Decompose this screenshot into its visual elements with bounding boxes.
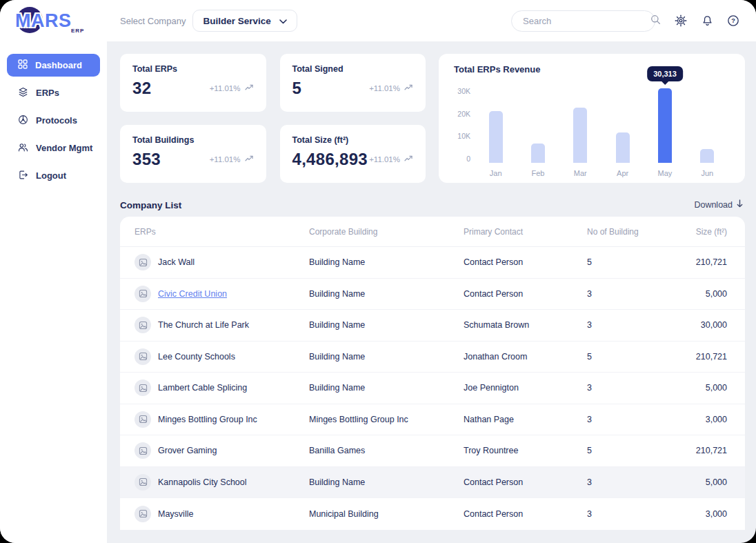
app-logo: MARS ERP [0, 0, 107, 41]
company-image-icon [135, 442, 151, 459]
cell-primary-contact: Schumata Brown [464, 320, 587, 330]
cell-corporate-building: Banilla Games [309, 446, 464, 455]
chart-month-label: Jun [686, 169, 728, 177]
search-input[interactable] [523, 16, 644, 26]
download-label: Download [694, 200, 733, 210]
cell-corporate-building: Building Name [309, 257, 464, 267]
company-name: The Church at Life Park [158, 320, 249, 330]
company-dropdown[interactable]: Builder Service [192, 10, 297, 32]
stat-value: 353 [132, 150, 161, 169]
chart-bar-column [601, 87, 644, 163]
cell-no-of-building: 5 [587, 446, 670, 455]
chart-month-label: Mar [559, 169, 601, 177]
y-tick-label: 30K [457, 87, 470, 95]
chart-bar-mar[interactable] [573, 108, 587, 163]
trend-up-icon [404, 84, 413, 92]
company-name: Grover Gaming [158, 446, 217, 455]
search-icon[interactable] [650, 14, 662, 28]
chart-month-label: Jan [475, 169, 517, 177]
download-arrow-icon [736, 199, 744, 210]
cell-corporate-building: Building Name [309, 320, 464, 330]
table-row[interactable]: Kannapolis City SchoolBuilding NameConta… [120, 467, 745, 499]
cell-primary-contact: Contact Person [464, 509, 587, 519]
cell-primary-contact: Contact Person [464, 257, 587, 267]
helm-icon [17, 114, 29, 128]
cell-primary-contact: Contact Person [464, 289, 587, 299]
header-actions: ? [673, 13, 741, 28]
chart-bar-jun[interactable] [700, 149, 714, 163]
people-icon [17, 141, 29, 155]
cell-no-of-building: 3 [587, 383, 670, 393]
y-tick-label: 0 [466, 155, 470, 163]
top-header: MARS ERP Select Company Builder Service [0, 0, 756, 41]
stat-label: Total Signed [292, 64, 414, 74]
company-name-link[interactable]: Civic Credit Union [158, 289, 227, 299]
stat-label: Total Buildings [132, 135, 254, 145]
main-content: Total ERPs 32 +11.01% Total Signed 5 +11… [107, 41, 756, 543]
chart-bar-apr[interactable] [616, 132, 630, 163]
chart-bar-jan[interactable] [489, 111, 503, 163]
stat-card-total-buildings: Total Buildings 353 +11.01% [120, 125, 266, 183]
cell-no-of-building: 3 [587, 289, 670, 299]
cell-erps: Minges Bottling Group Inc [135, 411, 309, 428]
cell-size: 210,721 [670, 352, 727, 362]
stat-value: 32 [132, 79, 151, 98]
cell-no-of-building: 3 [587, 477, 670, 487]
cell-erps: Civic Credit Union [135, 286, 309, 302]
company-name: Maysville [158, 509, 193, 519]
table-row[interactable]: Lambert Cable SplicingBuilding NameJoe P… [120, 373, 745, 404]
download-button[interactable]: Download [694, 199, 744, 210]
cell-corporate-building: Municipal Building [309, 509, 464, 519]
table-row[interactable]: Civic Credit UnionBuilding NameContact P… [120, 279, 745, 310]
sidebar-item-dashboard[interactable]: Dashboard [7, 54, 100, 77]
cell-primary-contact: Joe Pennigton [464, 383, 587, 393]
table-row[interactable]: Lee County SchoolsBuilding NameJonathan … [120, 342, 745, 373]
stat-card-total-signed: Total Signed 5 +11.01% [280, 54, 426, 112]
cell-no-of-building: 3 [587, 415, 670, 424]
stat-label: Total Size (ft²) [292, 135, 414, 145]
sidebar-item-logout[interactable]: Logout [7, 164, 100, 187]
notifications-icon[interactable] [699, 13, 715, 28]
table-body: Jack WallBuilding NameContact Person5210… [120, 247, 745, 530]
cell-size: 210,721 [670, 257, 727, 267]
svg-text:?: ? [731, 17, 735, 24]
company-image-icon [135, 286, 151, 302]
chart-bar-feb[interactable] [531, 144, 545, 163]
trend-up-icon [245, 84, 254, 92]
chart-area: 30,313 JanFebMarAprMayJun [475, 87, 728, 177]
trend-up-icon [245, 155, 254, 164]
cell-size: 3,000 [670, 415, 727, 424]
table-row[interactable]: MaysvilleMunicipal BuildingContact Perso… [120, 498, 745, 530]
table-row[interactable]: Jack WallBuilding NameContact Person5210… [120, 247, 745, 279]
cell-corporate-building: Building Name [309, 477, 464, 487]
company-name: Lambert Cable Splicing [158, 383, 247, 393]
stat-card-total-size: Total Size (ft²) 4,486,893 +11.01% [280, 125, 426, 183]
cell-no-of-building: 5 [587, 352, 670, 362]
chart-bar-column [475, 87, 517, 163]
chart-months: JanFebMarAprMayJun [475, 169, 728, 177]
cell-primary-contact: Jonathan Croom [464, 352, 587, 362]
sidebar-item-vendor-mgmt[interactable]: Vendor Mgmt [7, 137, 100, 159]
search-box[interactable] [511, 10, 655, 32]
sidebar-item-label: Vendor Mgmt [36, 143, 92, 153]
settings-icon[interactable] [673, 13, 688, 28]
sidebar-item-erps[interactable]: ERPs [7, 81, 100, 104]
table-row[interactable]: Minges Bottling Group IncMinges Bottling… [120, 404, 745, 436]
chart-tooltip: 30,313 [647, 66, 683, 81]
company-image-icon [135, 506, 151, 522]
table-row[interactable]: The Church at Life ParkBuilding NameSchu… [120, 310, 745, 342]
column-header-primary-contact: Primary Contact [464, 227, 587, 237]
table-row[interactable]: Grover GamingBanilla GamesTroy Rountree5… [120, 435, 745, 467]
company-image-icon [135, 348, 151, 365]
help-icon[interactable]: ? [726, 13, 741, 28]
logo-subtext: ERP [71, 28, 84, 34]
chart-title: Total ERPs Revenue [454, 64, 728, 75]
cell-erps: Kannapolis City School [135, 474, 309, 491]
chart-bar-may[interactable] [658, 88, 672, 163]
sidebar-item-protocols[interactable]: Protocols [7, 109, 100, 132]
stat-value: 4,486,893 [292, 150, 368, 169]
stat-change: +11.01% [369, 84, 400, 92]
sidebar-item-label: Protocols [36, 115, 77, 126]
y-tick-label: 20K [457, 110, 470, 118]
cell-erps: Maysville [135, 506, 309, 522]
